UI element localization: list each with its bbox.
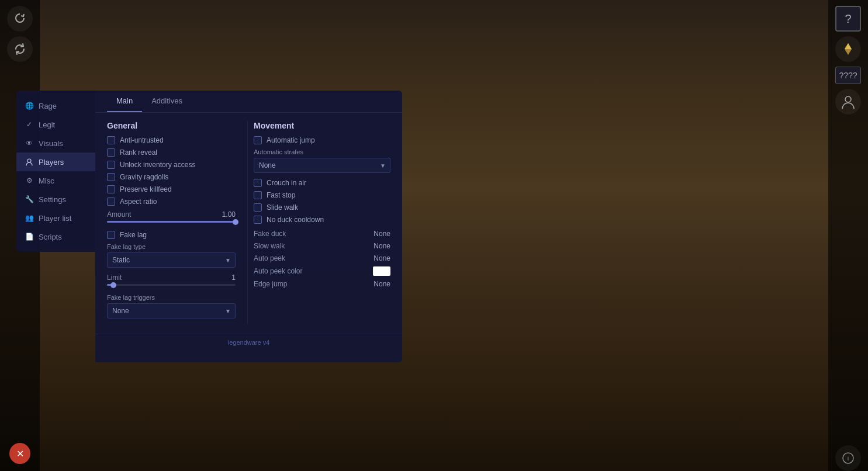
checkbox-box-slide-walk xyxy=(254,203,262,212)
checkbox-box-unlock-inventory xyxy=(107,161,115,169)
checkbox-box-crouch-in-air xyxy=(254,179,262,187)
refresh-button[interactable] xyxy=(7,6,33,32)
fake-lag-type-label: Fake lag type xyxy=(107,243,236,250)
rage-icon: 🌐 xyxy=(25,101,34,110)
svg-point-3 xyxy=(27,159,31,162)
checkbox-aspect-ratio[interactable]: Aspect ratio xyxy=(107,198,236,206)
sidebar-item-scripts[interactable]: 📄 Scripts xyxy=(16,227,95,246)
settings-icon: 🔧 xyxy=(25,195,34,204)
checkbox-box-rank-reveal xyxy=(107,148,115,157)
sync-button[interactable] xyxy=(7,36,33,62)
movement-row-slow-walk: Slow walk None xyxy=(254,242,390,250)
sidebar-item-players[interactable]: Players xyxy=(16,153,95,171)
checkbox-no-duck-cooldown[interactable]: No duck cooldown xyxy=(254,216,390,224)
checkbox-slide-walk[interactable]: Slide walk xyxy=(254,203,390,212)
scripts-icon: 📄 xyxy=(25,232,34,241)
players-icon xyxy=(25,157,34,167)
panel-footer: legendware v4 xyxy=(95,334,402,351)
sidebar-item-visuals[interactable]: 👁 Visuals xyxy=(16,134,95,153)
content-area: Main Additives General Anti-untrusted Ra… xyxy=(95,91,402,362)
question-button[interactable]: ???? xyxy=(835,67,861,84)
checkbox-anti-untrusted[interactable]: Anti-untrusted xyxy=(107,136,236,144)
sidebar-item-legit[interactable]: ✓ Legit xyxy=(16,115,95,134)
movement-row-auto-peek: Auto peek None xyxy=(254,254,390,262)
checkbox-fake-lag[interactable]: Fake lag xyxy=(107,231,236,239)
fake-lag-triggers-dropdown[interactable]: None On shot Duck Walk ▼ xyxy=(107,303,236,318)
visuals-icon: 👁 xyxy=(25,138,34,148)
svg-point-0 xyxy=(845,96,851,102)
auto-strafes-select[interactable]: None Rage Legit Slow xyxy=(254,158,390,173)
auto-strafes-label: Automatic strafes xyxy=(254,148,390,155)
checkbox-box-preserve-killfeed xyxy=(107,185,115,193)
sidebar-item-settings[interactable]: 🔧 Settings xyxy=(16,190,95,209)
right-toolbar: ? ???? i xyxy=(828,0,868,471)
amount-slider-fill xyxy=(107,221,236,223)
sidebar-item-rage[interactable]: 🌐 Rage xyxy=(16,96,95,115)
player-list-icon: 👥 xyxy=(25,213,34,223)
limit-slider-container: Limit 1 xyxy=(107,273,236,286)
movement-section-title: Movement xyxy=(254,121,390,130)
checkbox-box-anti-untrusted xyxy=(107,136,115,144)
legit-icon: ✓ xyxy=(25,120,34,129)
checkbox-box-fake-lag xyxy=(107,231,115,239)
fake-lag-section: Fake lag Fake lag type Static Adaptive R… xyxy=(107,231,236,318)
fake-lag-triggers-label: Fake lag triggers xyxy=(107,294,236,301)
movement-row-edge-jump: Edge jump None xyxy=(254,280,390,288)
movement-row-fake-duck: Fake duck None xyxy=(254,230,390,238)
user-profile-button[interactable] xyxy=(835,89,861,115)
limit-slider-thumb[interactable] xyxy=(110,282,116,288)
content-columns: General Anti-untrusted Rank reveal Unloc… xyxy=(95,121,402,324)
sidebar-item-misc[interactable]: ⚙ Misc xyxy=(16,171,95,190)
tab-main[interactable]: Main xyxy=(107,91,142,112)
sidebar-nav: 🌐 Rage ✓ Legit 👁 Visuals Players ⚙ Misc … xyxy=(16,91,95,252)
amount-slider-container: Amount 1.00 xyxy=(107,210,236,223)
checkbox-box-aspect-ratio xyxy=(107,198,115,206)
tabs-header: Main Additives xyxy=(95,91,402,113)
auto-peek-color-swatch[interactable] xyxy=(373,266,390,276)
fake-lag-type-dropdown[interactable]: Static Adaptive Random ▼ xyxy=(107,252,236,268)
checkbox-gravity-ragdolls[interactable]: Gravity ragdolls xyxy=(107,173,236,181)
limit-slider[interactable] xyxy=(107,284,236,286)
fake-lag-type-select[interactable]: Static Adaptive Random xyxy=(107,252,236,268)
fake-lag-triggers-select[interactable]: None On shot Duck Walk xyxy=(107,303,236,318)
checkbox-box-gravity-ragdolls xyxy=(107,173,115,181)
right-column: Movement Automatic jump Automatic strafe… xyxy=(247,121,390,324)
checkbox-crouch-in-air[interactable]: Crouch in air xyxy=(254,179,390,187)
movement-row-auto-peek-color[interactable]: Auto peek color xyxy=(254,266,390,276)
general-section-title: General xyxy=(107,121,236,130)
auto-strafes-dropdown[interactable]: None Rage Legit Slow ▼ xyxy=(254,158,390,173)
checkbox-auto-jump[interactable]: Automatic jump xyxy=(254,136,390,144)
movement-rows: Fake duck None Slow walk None Auto peek … xyxy=(254,230,390,288)
sidebar-item-player-list[interactable]: 👥 Player list xyxy=(16,209,95,227)
tab-additives[interactable]: Additives xyxy=(142,91,192,112)
svg-text:i: i xyxy=(848,455,849,462)
checkbox-box-auto-jump xyxy=(254,136,262,144)
checkbox-box-fast-stop xyxy=(254,191,262,199)
help-button[interactable]: ? xyxy=(835,6,861,32)
close-button[interactable]: ✕ xyxy=(9,443,30,464)
checkbox-preserve-killfeed[interactable]: Preserve killfeed xyxy=(107,185,236,193)
rank-button[interactable] xyxy=(835,36,861,62)
checkbox-rank-reveal[interactable]: Rank reveal xyxy=(107,148,236,157)
amount-slider-thumb[interactable] xyxy=(233,219,238,225)
info-button[interactable]: i xyxy=(835,445,861,471)
amount-slider[interactable] xyxy=(107,221,236,223)
misc-icon: ⚙ xyxy=(25,176,34,185)
checkbox-box-no-duck-cooldown xyxy=(254,216,262,224)
checkbox-unlock-inventory[interactable]: Unlock inventory access xyxy=(107,161,236,169)
left-column: General Anti-untrusted Rank reveal Unloc… xyxy=(107,121,247,324)
checkbox-fast-stop[interactable]: Fast stop xyxy=(254,191,390,199)
